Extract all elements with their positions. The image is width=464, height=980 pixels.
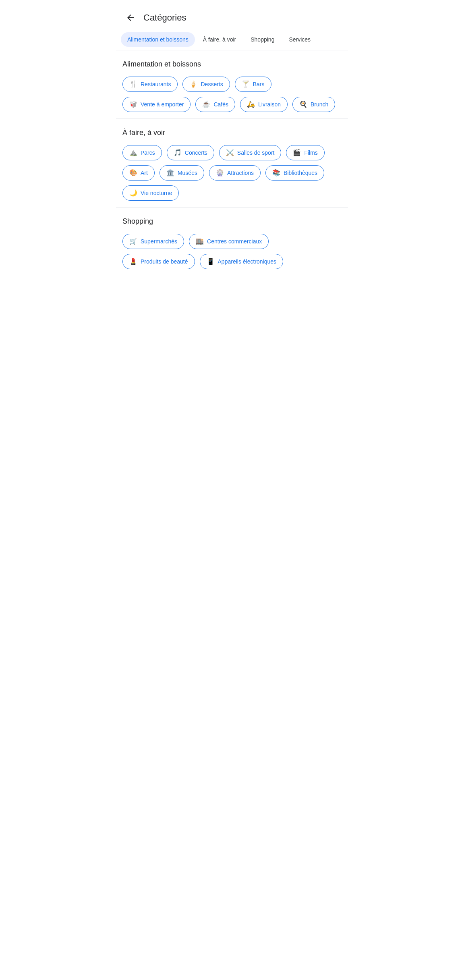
pill-electronics[interactable]: 📱 Appareils électroniques <box>200 254 284 269</box>
pill-takeaway[interactable]: 🥡 Vente à emporter <box>122 97 191 112</box>
page-title: Catégories <box>143 12 186 23</box>
restaurants-icon: 🍴 <box>129 81 137 87</box>
tab-food[interactable]: Alimentation et boissons <box>121 32 195 47</box>
electronics-icon: 📱 <box>207 258 215 265</box>
pill-cafes-label: Cafés <box>213 101 228 108</box>
pill-bars-label: Bars <box>253 81 265 87</box>
pill-gyms[interactable]: ⚔️ Salles de sport <box>219 145 282 160</box>
pill-delivery-label: Livraison <box>258 101 281 108</box>
nightlife-icon: 🌙 <box>129 190 137 196</box>
pill-parks-label: Parcs <box>141 149 155 156</box>
section-food: Alimentation et boissons 🍴 Restaurants 🍦… <box>116 50 348 118</box>
malls-icon: 🏬 <box>196 238 204 245</box>
pill-takeaway-label: Vente à emporter <box>141 101 184 108</box>
cafes-icon: ☕ <box>202 101 210 108</box>
pill-beauty-label: Produits de beauté <box>141 258 188 265</box>
section-todo-title: À faire, à voir <box>122 129 342 137</box>
delivery-icon: 🛵 <box>247 101 255 108</box>
pill-libraries-label: Bibliothèques <box>284 170 317 176</box>
shopping-pills: 🛒 Supermarchés 🏬 Centres commerciaux 💄 P… <box>122 234 342 269</box>
desserts-icon: 🍦 <box>189 81 197 87</box>
section-food-title: Alimentation et boissons <box>122 60 342 69</box>
pill-libraries[interactable]: 📚 Bibliothèques <box>265 165 324 181</box>
tab-services[interactable]: Services <box>282 32 317 47</box>
tab-todo[interactable]: À faire, à voir <box>197 32 242 47</box>
pill-supermarkets[interactable]: 🛒 Supermarchés <box>122 234 184 249</box>
pill-attractions[interactable]: 🎡 Attractions <box>209 165 261 181</box>
pill-malls-label: Centres commerciaux <box>207 238 262 245</box>
todo-pills: ⛰️ Parcs 🎵 Concerts ⚔️ Salles de sport 🎬… <box>122 145 342 201</box>
attractions-icon: 🎡 <box>216 170 224 176</box>
food-pills: 🍴 Restaurants 🍦 Desserts 🍸 Bars 🥡 Vente … <box>122 77 342 112</box>
brunch-icon: 🍳 <box>299 101 307 108</box>
pill-movies-label: Films <box>304 149 317 156</box>
pill-movies[interactable]: 🎬 Films <box>286 145 324 160</box>
movies-icon: 🎬 <box>293 149 301 156</box>
back-button[interactable] <box>122 10 139 26</box>
pill-concerts-label: Concerts <box>185 149 207 156</box>
section-shopping-title: Shopping <box>122 217 342 226</box>
pill-cafes[interactable]: ☕ Cafés <box>195 97 235 112</box>
pill-art-label: Art <box>141 170 148 176</box>
pill-restaurants-label: Restaurants <box>141 81 171 87</box>
header: Catégories <box>116 0 348 32</box>
pill-desserts-label: Desserts <box>201 81 223 87</box>
parks-icon: ⛰️ <box>129 149 137 156</box>
pill-beauty[interactable]: 💄 Produits de beauté <box>122 254 195 269</box>
pill-art[interactable]: 🎨 Art <box>122 165 155 181</box>
section-shopping: Shopping 🛒 Supermarchés 🏬 Centres commer… <box>116 208 348 276</box>
tab-shopping[interactable]: Shopping <box>244 32 281 47</box>
pill-attractions-label: Attractions <box>227 170 254 176</box>
pill-desserts[interactable]: 🍦 Desserts <box>182 77 230 92</box>
tabs-container: Alimentation et boissons À faire, à voir… <box>116 32 348 50</box>
supermarkets-icon: 🛒 <box>129 238 137 245</box>
pill-brunch[interactable]: 🍳 Brunch <box>292 97 335 112</box>
pill-malls[interactable]: 🏬 Centres commerciaux <box>189 234 269 249</box>
pill-bars[interactable]: 🍸 Bars <box>235 77 271 92</box>
pill-nightlife[interactable]: 🌙 Vie nocturne <box>122 185 179 201</box>
pill-concerts[interactable]: 🎵 Concerts <box>167 145 214 160</box>
pill-museums-label: Musées <box>178 170 197 176</box>
pill-nightlife-label: Vie nocturne <box>141 190 172 196</box>
takeaway-icon: 🥡 <box>129 101 137 108</box>
pill-brunch-label: Brunch <box>311 101 328 108</box>
beauty-icon: 💄 <box>129 258 137 265</box>
pill-supermarkets-label: Supermarchés <box>141 238 177 245</box>
bars-icon: 🍸 <box>242 81 250 87</box>
pill-museums[interactable]: 🏛️ Musées <box>160 165 204 181</box>
pill-electronics-label: Appareils électroniques <box>218 258 277 265</box>
pill-delivery[interactable]: 🛵 Livraison <box>240 97 288 112</box>
libraries-icon: 📚 <box>272 170 280 176</box>
museums-icon: 🏛️ <box>166 170 174 176</box>
gyms-icon: ⚔️ <box>226 149 234 156</box>
pill-parks[interactable]: ⛰️ Parcs <box>122 145 162 160</box>
pill-restaurants[interactable]: 🍴 Restaurants <box>122 77 178 92</box>
section-todo: À faire, à voir ⛰️ Parcs 🎵 Concerts ⚔️ S… <box>116 119 348 207</box>
concerts-icon: 🎵 <box>174 149 182 156</box>
pill-gyms-label: Salles de sport <box>237 149 275 156</box>
art-icon: 🎨 <box>129 170 137 176</box>
